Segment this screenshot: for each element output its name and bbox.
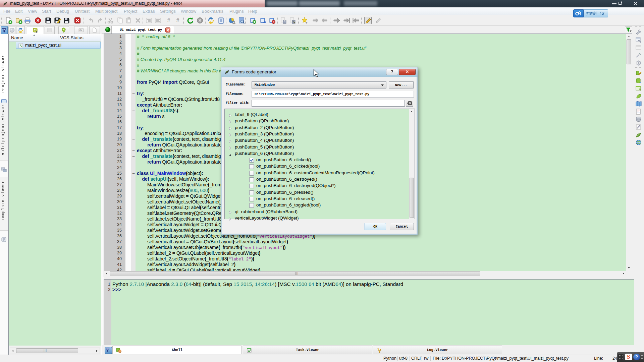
svg-text:IDL: IDL (79, 29, 83, 32)
svg-text:#: # (167, 17, 170, 23)
svg-text:#: # (176, 17, 179, 23)
